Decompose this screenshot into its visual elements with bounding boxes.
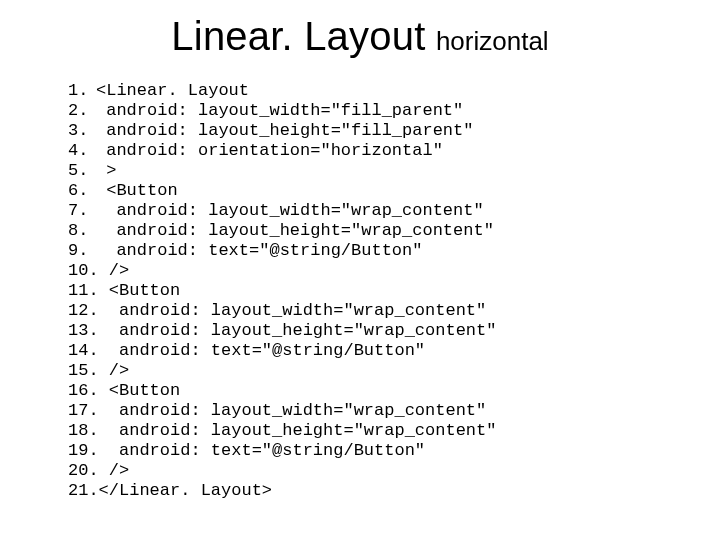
line-text: > bbox=[96, 161, 116, 180]
line-text: android: layout_width="wrap_content" bbox=[99, 401, 487, 420]
line-text: android: layout_height="fill_parent" bbox=[96, 121, 473, 140]
line-text: android: text="@string/Button" bbox=[96, 241, 422, 260]
code-line: 15. /> bbox=[68, 361, 680, 381]
code-line: 13. android: layout_height="wrap_content… bbox=[68, 321, 680, 341]
line-number: 19. bbox=[68, 441, 99, 461]
line-number: 11. bbox=[68, 281, 99, 301]
code-line: 11. <Button bbox=[68, 281, 680, 301]
title-main: Linear. Layout bbox=[171, 14, 425, 58]
line-number: 7. bbox=[68, 201, 96, 221]
slide-title: Linear. Layout horizontal bbox=[40, 14, 680, 59]
line-number: 20. bbox=[68, 461, 99, 481]
line-text: <Button bbox=[96, 181, 178, 200]
line-text: <Linear. Layout bbox=[96, 81, 249, 100]
line-number: 18. bbox=[68, 421, 99, 441]
code-line: 1.<Linear. Layout bbox=[68, 81, 680, 101]
code-line: 5. > bbox=[68, 161, 680, 181]
line-text: android: layout_width="wrap_content" bbox=[99, 301, 487, 320]
line-text: <Button bbox=[99, 381, 181, 400]
code-line: 14. android: text="@string/Button" bbox=[68, 341, 680, 361]
line-text: /> bbox=[99, 361, 130, 380]
code-line: 16. <Button bbox=[68, 381, 680, 401]
code-line: 4. android: orientation="horizontal" bbox=[68, 141, 680, 161]
line-text: <Button bbox=[99, 281, 181, 300]
code-line: 8. android: layout_height="wrap_content" bbox=[68, 221, 680, 241]
line-number: 9. bbox=[68, 241, 96, 261]
code-block: 1.<Linear. Layout 2. android: layout_wid… bbox=[40, 81, 680, 501]
code-line: 6. <Button bbox=[68, 181, 680, 201]
code-line: 18. android: layout_height="wrap_content… bbox=[68, 421, 680, 441]
code-line: 19. android: text="@string/Button" bbox=[68, 441, 680, 461]
code-line: 10. /> bbox=[68, 261, 680, 281]
line-text: /> bbox=[99, 261, 130, 280]
line-number: 4. bbox=[68, 141, 96, 161]
line-text: android: layout_width="wrap_content" bbox=[96, 201, 484, 220]
line-text: android: text="@string/Button" bbox=[99, 441, 425, 460]
line-number: 15. bbox=[68, 361, 99, 381]
code-line: 9. android: text="@string/Button" bbox=[68, 241, 680, 261]
line-number: 1. bbox=[68, 81, 96, 101]
code-line: 17. android: layout_width="wrap_content" bbox=[68, 401, 680, 421]
line-text: android: layout_height="wrap_content" bbox=[96, 221, 494, 240]
line-number: 21. bbox=[68, 481, 99, 501]
line-number: 10. bbox=[68, 261, 99, 281]
code-line: 2. android: layout_width="fill_parent" bbox=[68, 101, 680, 121]
code-line: 21.</Linear. Layout> bbox=[68, 481, 680, 501]
code-line: 7. android: layout_width="wrap_content" bbox=[68, 201, 680, 221]
line-number: 16. bbox=[68, 381, 99, 401]
code-line: 20. /> bbox=[68, 461, 680, 481]
slide: Linear. Layout horizontal 1.<Linear. Lay… bbox=[0, 0, 720, 540]
line-number: 13. bbox=[68, 321, 99, 341]
line-number: 5. bbox=[68, 161, 96, 181]
line-number: 6. bbox=[68, 181, 96, 201]
line-number: 12. bbox=[68, 301, 99, 321]
line-text: /> bbox=[99, 461, 130, 480]
line-number: 3. bbox=[68, 121, 96, 141]
line-number: 14. bbox=[68, 341, 99, 361]
line-number: 2. bbox=[68, 101, 96, 121]
line-text: android: orientation="horizontal" bbox=[96, 141, 443, 160]
code-line: 12. android: layout_width="wrap_content" bbox=[68, 301, 680, 321]
line-number: 17. bbox=[68, 401, 99, 421]
line-text: android: layout_height="wrap_content" bbox=[99, 421, 497, 440]
line-text: android: text="@string/Button" bbox=[99, 341, 425, 360]
line-text: android: layout_width="fill_parent" bbox=[96, 101, 463, 120]
code-line: 3. android: layout_height="fill_parent" bbox=[68, 121, 680, 141]
line-number: 8. bbox=[68, 221, 96, 241]
line-text: </Linear. Layout> bbox=[99, 481, 272, 500]
line-text: android: layout_height="wrap_content" bbox=[99, 321, 497, 340]
title-sub: horizontal bbox=[436, 26, 549, 56]
